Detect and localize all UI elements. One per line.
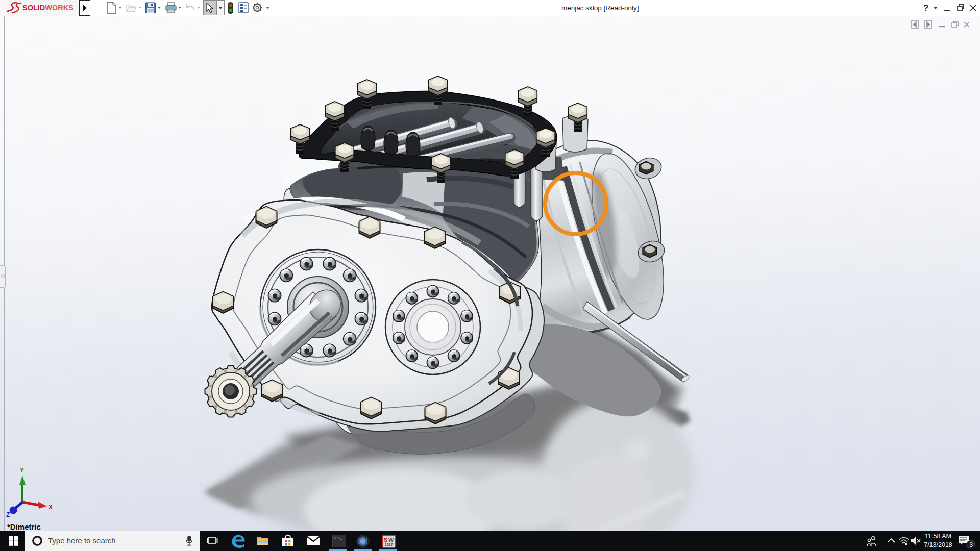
svg-text:Z: Z	[6, 511, 10, 518]
svg-text:X: X	[48, 504, 53, 511]
svg-text:W: W	[388, 537, 394, 543]
svg-text:C:\_: C:\_	[334, 536, 343, 540]
svg-text:Y: Y	[20, 467, 24, 474]
svg-text:*Dimetric: *Dimetric	[7, 522, 41, 531]
svg-text:?: ?	[923, 3, 928, 13]
svg-text:2017: 2017	[385, 543, 393, 546]
svg-text:3: 3	[969, 541, 973, 548]
svg-text:SOLIDWORKS: SOLIDWORKS	[22, 4, 74, 12]
svg-text:S: S	[384, 537, 387, 543]
